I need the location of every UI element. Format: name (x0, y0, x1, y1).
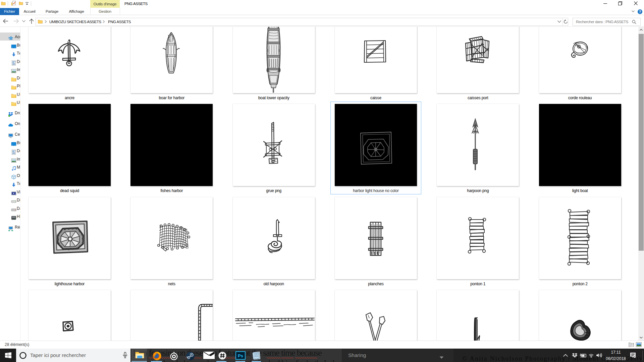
svg-text:?: ? (639, 10, 641, 14)
svg-text:Ps: Ps (238, 353, 243, 358)
